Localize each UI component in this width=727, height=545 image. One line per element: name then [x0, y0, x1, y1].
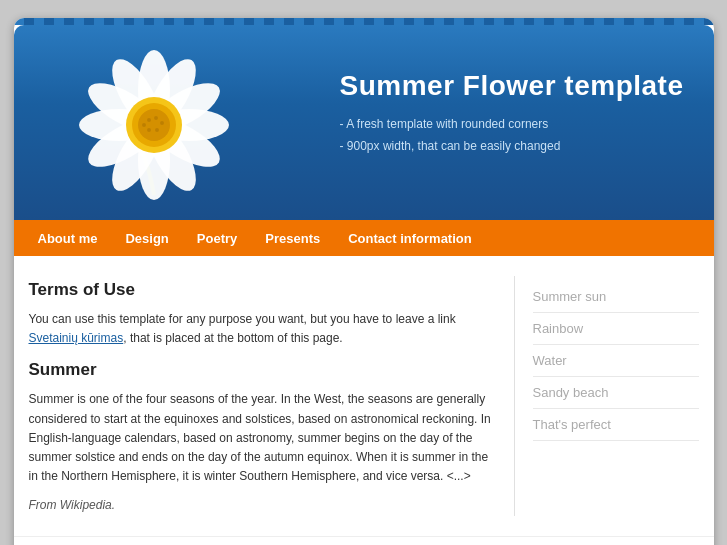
page-wrapper: Summer Flower template - A fresh templat… [14, 18, 714, 545]
footer: Design by Svetainių kūrimas [14, 536, 714, 545]
svg-point-15 [147, 118, 151, 122]
header-title: Summer Flower template [340, 70, 684, 102]
terms-body-suffix: , that is placed at the bottom of this p… [123, 331, 342, 345]
svg-point-18 [155, 128, 159, 132]
main-content: Terms of Use You can use this template f… [14, 256, 714, 536]
summer-source: From Wikipedia. [29, 498, 494, 512]
svg-point-17 [160, 121, 164, 125]
terms-body-prefix: You can use this template for any purpos… [29, 312, 456, 326]
header-subtitle-line1: - A fresh template with rounded corners [340, 117, 549, 131]
sidebar-item-rainbow[interactable]: Rainbow [533, 313, 699, 345]
svg-point-19 [147, 128, 151, 132]
nav-item-about-me[interactable]: About me [24, 220, 112, 256]
header-subtitle-line2: - 900px width, that can be easily change… [340, 139, 561, 153]
content-left: Terms of Use You can use this template f… [29, 276, 514, 516]
sidebar-item-thats-perfect[interactable]: That's perfect [533, 409, 699, 441]
nav-item-presents[interactable]: Presents [251, 220, 334, 256]
navigation: About me Design Poetry Presents Contact … [14, 220, 714, 256]
svg-point-20 [142, 123, 146, 127]
content-right: Summer sun Rainbow Water Sandy beach Tha… [514, 276, 699, 516]
sidebar-item-water[interactable]: Water [533, 345, 699, 377]
nav-item-design[interactable]: Design [111, 220, 182, 256]
nav-item-contact-information[interactable]: Contact information [334, 220, 486, 256]
sidebar-item-summer-sun[interactable]: Summer sun [533, 281, 699, 313]
terms-body: You can use this template for any purpos… [29, 310, 494, 348]
svg-point-16 [154, 116, 158, 120]
sidebar-item-sandy-beach[interactable]: Sandy beach [533, 377, 699, 409]
header-text-block: Summer Flower template - A fresh templat… [340, 70, 684, 157]
top-stripe [14, 18, 714, 25]
summer-title: Summer [29, 360, 494, 380]
header: Summer Flower template - A fresh templat… [14, 25, 714, 220]
nav-item-poetry[interactable]: Poetry [183, 220, 251, 256]
header-flower [69, 35, 239, 210]
summer-body: Summer is one of the four seasons of the… [29, 390, 494, 486]
header-subtitle: - A fresh template with rounded corners … [340, 114, 684, 157]
terms-title: Terms of Use [29, 280, 494, 300]
terms-link[interactable]: Svetainių kūrimas [29, 331, 124, 345]
